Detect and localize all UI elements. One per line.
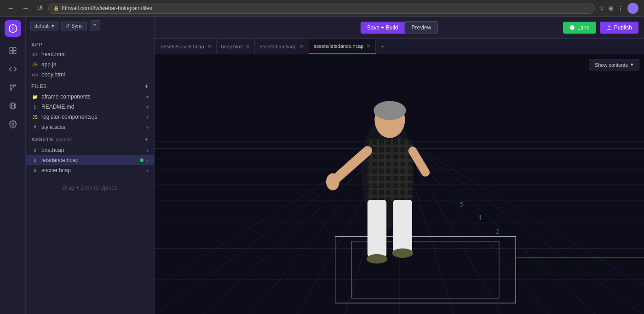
tab-close-icon[interactable]: ✕ <box>245 43 250 50</box>
forward-button[interactable]: → <box>20 3 31 13</box>
assets-section-label: ASSETS <box>31 137 53 142</box>
main-area: Save + Build Preview Land Publish assets… <box>155 17 644 314</box>
download-icon: ⬇ <box>31 158 39 163</box>
main-toolbar: Save + Build Preview Land Publish <box>155 17 644 39</box>
chevron-down-icon: ▾ <box>146 94 149 99</box>
publish-label: Publish <box>614 24 632 31</box>
files-section-header: FILES + <box>26 80 154 92</box>
file-item-soccer-hcap[interactable]: ⬇ soccer.hcap ▾ <box>26 165 154 175</box>
app-section-label: APP <box>31 42 42 47</box>
show-contents-button[interactable]: Show contents ▾ <box>589 59 639 70</box>
file-item-aframe[interactable]: 📁 aframe-components ▾ <box>26 92 154 102</box>
land-button[interactable]: Land <box>563 22 596 34</box>
lock-icon: 🔒 <box>53 6 59 11</box>
tabs-bar: assets/soccer.hcap ✕ body.html ✕ assets/… <box>155 39 644 54</box>
show-contents-label: Show contents <box>595 62 628 68</box>
file-item-readme[interactable]: ℹ README.md ▾ <box>26 102 154 112</box>
git-nav-icon[interactable] <box>5 79 21 96</box>
sync-button[interactable]: ↺ Sync <box>61 21 86 31</box>
save-build-button[interactable]: Save + Build <box>361 22 405 34</box>
svg-point-65 <box>392 248 413 258</box>
sphere-nav-icon[interactable] <box>5 98 21 114</box>
code-nav-icon[interactable] <box>5 61 21 77</box>
svg-line-9 <box>12 86 14 89</box>
hamburger-button[interactable]: ≡ <box>90 20 100 31</box>
info-icon: ℹ <box>31 105 39 110</box>
svg-rect-0 <box>10 47 12 50</box>
sync-icon: ↺ <box>65 23 69 29</box>
tab-soccer-hcap[interactable]: assets/soccer.hcap ✕ <box>156 39 217 54</box>
svg-rect-2 <box>10 51 12 54</box>
js-icon: JS <box>31 115 39 120</box>
svg-point-64 <box>367 254 387 264</box>
file-name: soccer.hcap <box>41 167 144 174</box>
main-toolbar-right: Land Publish <box>563 22 638 34</box>
svg-point-5 <box>14 85 16 86</box>
publish-button[interactable]: Publish <box>600 22 638 34</box>
folder-icon: 📁 <box>31 94 39 99</box>
browser-actions: ☆ ⊕ ⋮ <box>598 3 638 14</box>
chevron-down-icon: ▾ <box>146 158 149 163</box>
app-container: default ▾ ↺ Sync ≡ APP </> head.html JS … <box>0 17 644 314</box>
app-section-header: APP <box>26 39 154 49</box>
file-item-register[interactable]: JS register-components.js ▾ <box>26 112 154 122</box>
file-item-body-html[interactable]: </> body.html <box>26 70 154 80</box>
sync-label: Sync <box>71 23 82 29</box>
file-item-style-scss[interactable]: # style.scss ▾ <box>26 122 154 132</box>
branch-label: default <box>34 23 50 29</box>
tab-bria-hcap[interactable]: assets/bria.hcap ✕ <box>255 39 309 54</box>
js-icon: JS <box>31 62 39 67</box>
tab-close-icon[interactable]: ✕ <box>207 43 212 50</box>
chevron-down-icon: ▾ <box>146 115 149 120</box>
tab-body-html[interactable]: body.html ✕ <box>217 39 255 54</box>
tab-close-icon[interactable]: ✕ <box>299 43 304 50</box>
download-icon: ⬇ <box>31 168 39 173</box>
branch-selector[interactable]: default ▾ <box>30 21 58 31</box>
file-name: body.html <box>41 71 149 78</box>
3d-scene: 5 4 2 <box>155 54 644 314</box>
assets-add-button[interactable]: + <box>145 136 149 143</box>
avatar[interactable] <box>627 3 638 14</box>
app-logo[interactable] <box>5 20 21 37</box>
file-name: letsdance.hcap <box>41 157 137 163</box>
tab-close-icon[interactable]: ✕ <box>366 43 371 49</box>
svg-text:4: 4 <box>477 214 482 221</box>
file-name: register-components.js <box>41 114 144 120</box>
tab-label: assets/letsdance.hcap <box>314 43 364 49</box>
files-section-label: FILES <box>31 83 47 89</box>
tab-label: assets/soccer.hcap <box>161 44 204 49</box>
preview-button[interactable]: Preview <box>405 21 438 34</box>
menu-icon[interactable]: ⋮ <box>617 5 624 12</box>
svg-point-60 <box>326 173 339 190</box>
extensions-icon[interactable]: ⊕ <box>608 5 614 12</box>
download-icon: ⬇ <box>31 148 39 153</box>
file-name: README.md <box>41 104 144 110</box>
files-nav-icon[interactable] <box>5 42 21 59</box>
settings-nav-icon[interactable] <box>5 116 21 133</box>
bookmark-icon[interactable]: ☆ <box>598 5 604 12</box>
file-item-letsdance-hcap[interactable]: ⬇ letsdance.hcap ▾ <box>26 155 154 165</box>
back-button[interactable]: ← <box>6 3 17 13</box>
file-name: aframe-components <box>41 93 144 100</box>
preview-canvas: Show contents ▾ <box>155 54 644 314</box>
svg-text:5: 5 <box>460 201 464 208</box>
svg-point-13 <box>12 123 14 126</box>
svg-point-66 <box>374 101 406 120</box>
files-add-button[interactable]: + <box>144 82 149 90</box>
svg-text:2: 2 <box>496 228 500 235</box>
add-tab-button[interactable]: + <box>376 42 389 51</box>
html-icon: </> <box>31 52 39 57</box>
icon-rail <box>0 17 26 314</box>
file-item-bria-hcap[interactable]: ⬇ bria.hcap ▾ <box>26 145 154 155</box>
scss-icon: # <box>31 125 39 130</box>
file-item-app-js[interactable]: JS app.js <box>26 59 154 70</box>
svg-point-4 <box>10 85 12 86</box>
chevron-down-icon: ▾ <box>146 148 149 153</box>
assets-path: assets/ <box>56 137 72 142</box>
svg-point-6 <box>10 89 12 90</box>
file-item-head-html[interactable]: </> head.html <box>26 49 154 59</box>
tab-label: assets/bria.hcap <box>259 44 296 49</box>
assets-section-header: ASSETS assets/ + <box>26 132 154 145</box>
reload-button[interactable]: ↺ <box>35 3 45 13</box>
tab-letsdance-hcap[interactable]: assets/letsdance.hcap ✕ <box>309 39 376 54</box>
